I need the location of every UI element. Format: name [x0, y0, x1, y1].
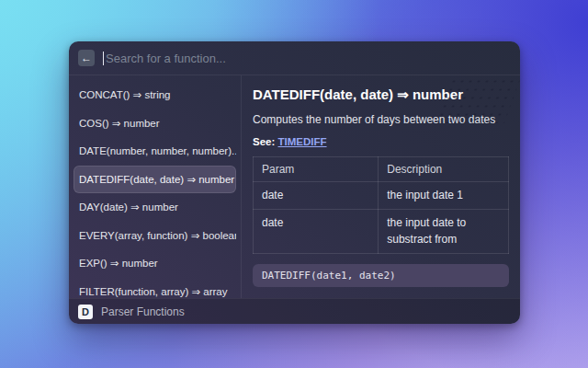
footer-label: Parser Functions — [101, 305, 185, 318]
function-list: CONCAT() ⇒ string COS() ⇒ number DATE(nu… — [69, 75, 242, 298]
description-cell: the input date 1 — [379, 182, 509, 210]
usage-code-snippet: DATEDIFF(date1, date2) — [253, 264, 509, 287]
sidebar-item-every[interactable]: EVERY(array, function) ⇒ boolean — [74, 222, 236, 250]
see-also-row: See: TIMEDIFF — [253, 136, 509, 147]
back-arrow-icon: ← — [81, 52, 92, 63]
footer-bar: D Parser Functions — [69, 298, 520, 324]
sidebar-item-cos[interactable]: COS() ⇒ number — [74, 109, 236, 138]
param-cell: date — [254, 182, 379, 210]
search-bar: ← — [69, 41, 520, 75]
sidebar-item-filter[interactable]: FILTER(function, array) ⇒ array — [74, 278, 236, 299]
table-row: date the input date 1 — [254, 182, 509, 210]
param-cell: date — [254, 210, 379, 254]
timediff-link[interactable]: TIMEDIFF — [278, 136, 327, 147]
table-row: date the input date to substract from — [254, 210, 509, 254]
function-description: Computes the number of days between two … — [253, 113, 509, 126]
param-header: Param — [254, 157, 379, 182]
text-cursor — [103, 52, 104, 65]
params-table: Param Description date the input date 1 … — [253, 156, 509, 254]
sidebar-item-exp[interactable]: EXP() ⇒ number — [74, 249, 236, 278]
function-title: DATEDIFF(date, date) ⇒ number — [253, 86, 509, 103]
function-detail-panel: DATEDIFF(date, date) ⇒ number Computes t… — [242, 75, 520, 298]
sidebar-item-concat[interactable]: CONCAT() ⇒ string — [74, 81, 236, 109]
sidebar-item-datediff[interactable]: DATEDIFF(date, date) ⇒ number — [74, 166, 236, 194]
sidebar-item-date[interactable]: DATE(number, number, number)... — [74, 137, 236, 166]
search-input[interactable] — [106, 52, 511, 65]
description-cell: the input date to substract from — [379, 210, 509, 254]
back-button[interactable]: ← — [78, 50, 95, 66]
main-area: CONCAT() ⇒ string COS() ⇒ number DATE(nu… — [69, 75, 520, 298]
function-palette-window: ← CONCAT() ⇒ string COS() ⇒ number DATE(… — [69, 41, 520, 324]
app-logo-badge: D — [78, 305, 93, 319]
table-header-row: Param Description — [254, 157, 509, 182]
sidebar-item-day[interactable]: DAY(date) ⇒ number — [74, 193, 236, 222]
description-header: Description — [379, 157, 509, 182]
see-label: See: — [253, 136, 275, 147]
